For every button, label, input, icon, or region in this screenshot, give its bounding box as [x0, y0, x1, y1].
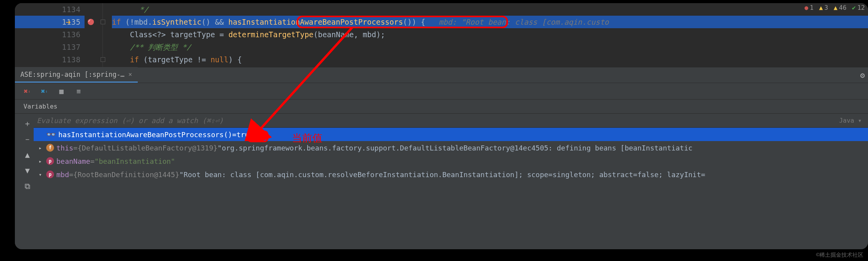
breakpoint-verified-icon: ✓ [88, 18, 91, 23]
placeholder-text: Evaluate expression (⏎) or add a watch (… [37, 116, 223, 125]
watermark: ©稀土掘金技术社区 [816, 252, 863, 259]
filter-icon[interactable]: ≡ [74, 87, 83, 96]
tab-label: ASE:spring-aqin [:spring-… [20, 71, 124, 78]
side-rail: ＋ － ▲ ▼ ⧉ [15, 118, 40, 192]
var-value: "org.springframework.beans.factory.suppo… [218, 144, 693, 152]
glasses-icon: 👓 [46, 130, 56, 139]
var-value: "Root bean: class [com.aqin.custom.resol… [179, 170, 705, 179]
var-name: hasInstantiationAwareBeanPostProcessors(… [58, 130, 232, 139]
variables-header: Variables [15, 100, 868, 114]
fold-toggle-icon[interactable] [101, 57, 105, 62]
field-icon: f [46, 144, 54, 152]
variable-row[interactable]: ▸ p beanName = "beanInstantiation" [34, 154, 868, 168]
down-icon[interactable]: ▼ [22, 165, 33, 176]
gear-icon[interactable]: ⚙ [860, 71, 865, 80]
code-text: */ [112, 5, 148, 14]
close-icon[interactable]: × [128, 71, 132, 78]
line-number: 1137 [62, 43, 81, 51]
debug-toolbar: ✖↓ ✖↓ ▦ ≡ [15, 83, 868, 100]
line-number: 1135 [62, 18, 81, 26]
copy-icon[interactable]: ⧉ [22, 180, 33, 192]
code-editor[interactable]: ● 1 ▲ 3 ▲ 46 ✔ 12 1134 1135 ➔ ✓ 1136 113… [15, 3, 868, 67]
calculator-icon[interactable]: ▦ [57, 87, 66, 96]
debug-tab[interactable]: ASE:spring-aqin [:spring-… × [15, 67, 138, 83]
param-icon: p [46, 170, 54, 178]
debug-tab-bar: ASE:spring-aqin [:spring-… × ⚙ [15, 67, 868, 83]
debug-panel: ASE:spring-aqin [:spring-… × ⚙ ✖↓ ✖↓ ▦ ≡… [15, 67, 868, 249]
inspection-status: ● 1 ▲ 3 ▲ 46 ✔ 12 [805, 4, 865, 11]
var-name: mbd [56, 170, 69, 179]
line-number: 1138 [62, 55, 81, 64]
remove-icon[interactable]: － [22, 133, 33, 145]
watch-result-row[interactable]: 👓 hasInstantiationAwareBeanPostProcessor… [34, 128, 868, 141]
remove-watch-icon[interactable]: ✖↓ [23, 87, 31, 96]
variable-row[interactable]: ▸ f this = {DefaultListableBeanFactory@1… [34, 141, 868, 154]
language-picker[interactable]: Java ▾ [839, 117, 862, 124]
current-line[interactable]: if (!mbd.isSynthetic() && hasInstantiati… [112, 16, 868, 28]
var-value: true [236, 130, 253, 139]
line-number: 1134 [62, 5, 81, 14]
line-number: 1136 [62, 30, 81, 39]
variable-row[interactable]: ▾ p mbd = {RootBeanDefinition@1445} "Roo… [34, 168, 868, 181]
up-icon[interactable]: ▲ [22, 149, 33, 161]
var-name: beanName [56, 157, 90, 165]
add-watch-icon[interactable]: ✖↓ [40, 87, 49, 96]
var-value: "beanInstantiation" [95, 157, 175, 165]
execution-pointer-icon: ➔ [66, 17, 71, 27]
fold-toggle-icon[interactable] [101, 20, 105, 24]
param-icon: p [46, 157, 54, 165]
add-icon[interactable]: ＋ [22, 118, 33, 129]
evaluate-input[interactable]: Evaluate expression (⏎) or add a watch (… [34, 114, 868, 128]
var-name: this [56, 144, 73, 152]
editor-gutter[interactable]: 1134 1135 ➔ ✓ 1136 1137 1138 [15, 3, 85, 67]
